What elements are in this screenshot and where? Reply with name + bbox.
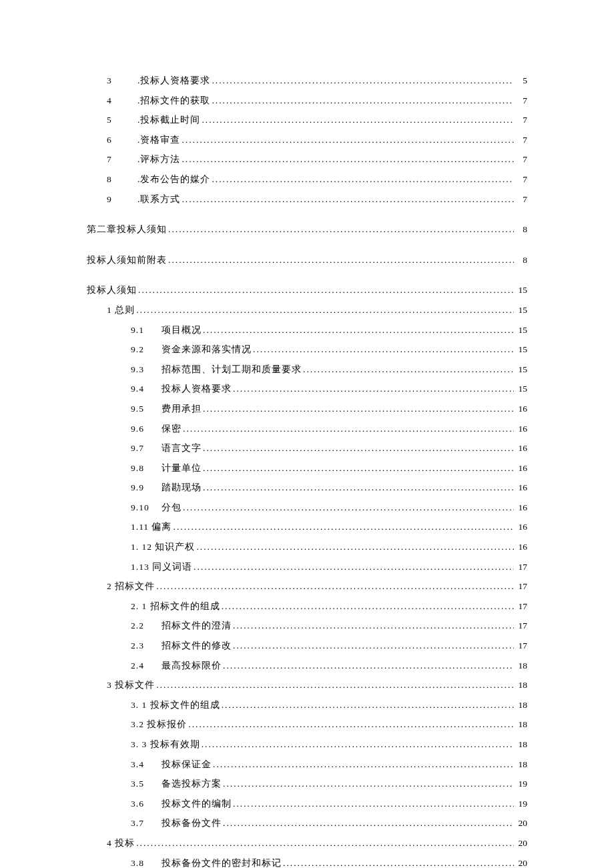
toc-entry-page: 7 [514,93,527,108]
toc-entry: 3. 1 投标文件的组成18 [87,698,527,713]
toc-leader-dots [202,402,514,416]
toc-entry-title: 语言文字 [162,441,202,456]
toc-entry-number: 9.5 [131,402,162,416]
toc-entry-number: 9.10 [131,500,162,515]
toc-entry: 3.8投标备份文件的密封和标记20 [87,856,527,868]
toc-entry-title: 1. 12 知识产权 [131,540,195,554]
toc-entry: 1. 12 知识产权16 [87,540,527,554]
toc-entry-title: 项目概况 [162,323,202,338]
toc-entry: 9.10 分包16 [87,500,527,515]
toc-entry-title: 费用承担 [162,402,202,416]
toc-entry-page: 7 [514,133,527,147]
toc-entry: 3.7投标备份文件20 [87,816,527,831]
toc-entry-number: 3.5 [131,777,162,791]
toc-entry-title: 3. 1 投标文件的组成 [131,698,220,713]
toc-entry: 3.4投标保证金18 [87,757,527,772]
toc-leader-dots [232,382,514,396]
toc-entry-title: 2. 1 招标文件的组成 [131,599,220,614]
toc-entry: 6.资格审查7 [87,133,527,147]
toc-entry-number: 3.4 [131,757,162,772]
toc-entry: 9.2资金来源和落实情况15 [87,342,527,357]
toc-entry-page: 18 [514,659,527,673]
toc-entry: 1.13 同义词语17 [87,560,527,574]
toc-entry: 3.2 投标报价18 [87,717,527,732]
toc-leader-dots [202,461,514,476]
toc-entry-title: 4 投标 [107,836,135,851]
toc-entry: 投标人须知前附表8 [87,253,527,268]
toc-entry-page: 18 [514,698,527,713]
toc-entry-title: 投标保证金 [162,757,212,772]
toc-entry-page: 7 [514,113,527,127]
toc-leader-dots [135,303,514,318]
toc-entry-page: 17 [514,599,527,614]
toc-leader-dots [180,133,514,147]
toc-entry-page: 18 [514,717,527,732]
toc-entry-page: 16 [514,441,527,456]
toc-entry-page: 15 [514,342,527,357]
toc-entry-number: 9.1 [131,323,162,338]
toc-entry: 7.评标方法7 [87,152,527,167]
toc-entry-number: 3 [107,73,137,88]
toc-leader-dots [302,362,514,377]
toc-entry-title: 计量单位 [162,461,202,476]
toc-leader-dots [180,192,514,207]
toc-entry-number: 2.4 [131,659,162,673]
toc-entry-title: 第二章投标人须知 [87,222,167,237]
toc-entry-number: 9.7 [131,441,162,456]
toc-entry-title: 1.11 偏离 [131,520,172,534]
toc-entry: 3.6投标文件的编制19 [87,797,527,811]
toc-entry-page: 16 [514,402,527,416]
toc-entry-page: 8 [514,253,527,268]
toc-entry-title: .发布公告的媒介 [137,172,210,187]
toc-leader-dots [210,172,514,187]
toc-entry-page: 18 [514,678,527,693]
toc-entry-title: 投标备份文件 [162,816,222,831]
toc-entry-title: .投标人资格要求 [137,73,210,88]
toc-leader-dots [232,797,514,811]
toc-entry-number: 3.7 [131,816,162,831]
toc-leader-dots [202,323,514,338]
toc-leader-dots [135,836,514,851]
toc-entry-title: 资金来源和落实情况 [162,342,252,357]
toc-entry-title: 招标文件的修改 [162,638,232,653]
toc-entry: 3 投标文件18 [87,678,527,693]
toc-entry-title: .资格审查 [137,133,180,147]
toc-entry-page: 17 [514,618,527,633]
toc-entry-page: 7 [514,172,527,187]
toc-entry-page: 16 [514,480,527,495]
toc-entry-number: 6 [107,133,137,147]
toc-leader-dots [220,698,514,713]
toc-entry-number: 8 [107,172,137,187]
toc-entry-page: 8 [514,222,527,237]
toc-entry-page: 19 [514,797,527,811]
toc-entry: 3. 3 投标有效期18 [87,737,527,752]
toc-entry-title: 投标人须知前附表 [87,253,167,268]
toc-entry-title: 投标人资格要求 [162,382,232,396]
toc-entry-page: 17 [514,560,527,574]
toc-leader-dots [172,520,515,534]
toc-entry-page: 5 [514,73,527,88]
toc-entry-page: 16 [514,500,527,515]
toc-entry: 1 总则15 [87,303,527,318]
toc-entry-page: 15 [514,323,527,338]
toc-entry-title: .投标截止时间 [137,113,200,127]
toc-leader-dots [192,560,514,574]
toc-entry: 9.7语言文字16 [87,441,527,456]
toc-entry-title: .评标方法 [137,152,180,167]
toc-entry-number: 4 [107,93,137,108]
toc-entry-number: 9.9 [131,480,162,495]
toc-entry-page: 15 [514,283,527,298]
toc-leader-dots [212,757,514,772]
toc-leader-dots [137,283,514,298]
toc-entry-title: 投标备份文件的密封和标记 [162,856,282,868]
toc-entry-number: 9.6 [131,422,162,436]
toc-entry-title: 备选投标方案 [162,777,222,791]
toc-leader-dots [252,342,514,357]
toc-entry-title: 3 投标文件 [107,678,155,693]
toc-entry-number: 3.6 [131,797,162,811]
toc-entry: 9.联系方式7 [87,192,527,207]
toc-entry-title: 3. 3 投标有效期 [131,737,200,752]
toc-leader-dots [222,659,514,673]
toc-entry-page: 15 [514,303,527,318]
toc-entry-number: 2.2 [131,618,162,633]
